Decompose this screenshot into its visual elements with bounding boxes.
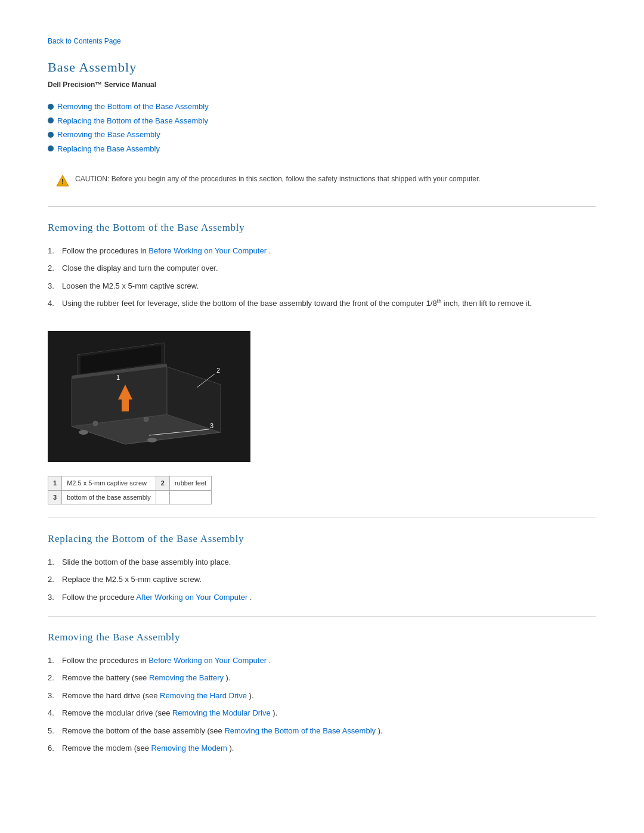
steps-removing-bottom: Follow the procedures in Before Working … [48,245,596,309]
before-working-link-2[interactable]: Before Working on Your Computer [148,656,267,665]
removing-battery-link[interactable]: Removing the Battery [149,673,224,682]
svg-point-18 [144,417,148,422]
toc-link-1[interactable]: Removing the Bottom of the Base Assembly [57,101,209,113]
replace-step-2: Replace the M2.5 x 5-mm captive screw. [48,574,596,586]
diagram-container: 1 2 3 [48,331,250,466]
back-to-contents-link[interactable]: Back to Contents Page [48,36,596,47]
step-3: Loosen the M2.5 x 5-mm captive screw. [48,280,596,292]
toc-bullet-4 [48,145,54,151]
replace-step-3: Follow the procedure After Working on Yo… [48,592,596,603]
removing-modem-link[interactable]: Removing the Modem [151,744,227,753]
callout-num-1: 1 [48,476,62,491]
toc-link-4[interactable]: Replacing the Base Assembly [57,143,160,155]
divider-1 [48,206,596,207]
svg-point-17 [93,421,98,426]
removing-modular-drive-link[interactable]: Removing the Modular Drive [172,708,271,717]
steps-replacing-bottom: Slide the bottom of the base assembly in… [48,556,596,603]
replace-step-3-text: Follow the procedure [62,593,136,602]
step-2-text: Close the display and turn the computer … [62,264,218,272]
step-4: Using the rubber feet for leverage, slid… [48,298,596,309]
replace-step-1: Slide the bottom of the base assembly in… [48,556,596,568]
section-title-removing-bottom: Removing the Bottom of the Base Assembly [48,220,596,236]
callout-desc-1: M2.5 x 5-mm captive screw [62,476,156,491]
step-4-text: Using the rubber feet for leverage, slid… [62,299,532,308]
toc-bullet-1 [48,104,54,110]
laptop-diagram: 1 2 3 [48,331,250,462]
toc-bullet-3 [48,132,54,138]
table-of-contents: Removing the Bottom of the Base Assembly… [48,101,596,154]
callout-row-1: 1 M2.5 x 5-mm captive screw 2 rubber fee… [48,476,212,491]
section-title-replacing-bottom: Replacing the Bottom of the Base Assembl… [48,531,596,547]
section-title-removing-base: Removing the Base Assembly [48,630,596,645]
after-working-link[interactable]: After Working on Your Computer [136,593,247,602]
toc-bullet-2 [48,117,54,123]
caution-box: ! CAUTION: Before you begin any of the p… [48,168,596,193]
toc-item-2: Replacing the Bottom of the Base Assembl… [48,115,596,127]
section-removing-bottom: Removing the Bottom of the Base Assembly… [48,220,596,504]
section-replacing-bottom: Replacing the Bottom of the Base Assembl… [48,531,596,603]
svg-text:!: ! [61,178,64,186]
toc-link-2[interactable]: Replacing the Bottom of the Base Assembl… [57,115,208,127]
base-step-2: Remove the battery (see Removing the Bat… [48,672,596,684]
base-step-6: Remove the modem (see Removing the Modem… [48,742,596,754]
step-1: Follow the procedures in Before Working … [48,245,596,257]
svg-text:2: 2 [216,367,220,374]
before-working-link-1[interactable]: Before Working on Your Computer [148,246,267,255]
base-step-5: Remove the bottom of the base assembly (… [48,725,596,737]
svg-point-19 [79,430,88,435]
page-title: Base Assembly [48,57,596,77]
steps-removing-base: Follow the procedures in Before Working … [48,655,596,754]
base-step-3: Remove the hard drive (see Removing the … [48,690,596,702]
replace-step-2-text: Replace the M2.5 x 5-mm captive screw. [62,575,202,584]
page-subtitle: Dell Precision™ Service Manual [48,79,596,90]
caution-text: CAUTION: Before you begin any of the pro… [75,174,481,184]
callout-desc-2: rubber feet [169,476,211,491]
base-step-1: Follow the procedures in Before Working … [48,655,596,667]
toc-item-1: Removing the Bottom of the Base Assembly [48,101,596,113]
callout-num-3: 3 [48,490,62,504]
toc-item-4: Replacing the Base Assembly [48,143,596,155]
removing-hard-drive-link[interactable]: Removing the Hard Drive [160,691,247,700]
step-3-text: Loosen the M2.5 x 5-mm captive screw. [62,281,199,290]
callout-row-2: 3 bottom of the base assembly [48,490,212,504]
caution-icon: ! [56,174,69,187]
removing-bottom-link[interactable]: Removing the Bottom of the Base Assembly [224,726,376,735]
step-2: Close the display and turn the computer … [48,262,596,274]
step-1-text: Follow the procedures in [62,246,148,255]
divider-3 [48,616,596,617]
replace-step-1-text: Slide the bottom of the base assembly in… [62,558,231,566]
callout-num-2: 2 [156,476,169,491]
svg-rect-11 [122,400,129,411]
svg-point-20 [147,438,157,442]
callout-table: 1 M2.5 x 5-mm captive screw 2 rubber fee… [48,476,212,504]
divider-2 [48,518,596,518]
svg-text:1: 1 [116,374,120,381]
toc-link-3[interactable]: Removing the Base Assembly [57,129,160,141]
callout-desc-3: bottom of the base assembly [62,490,156,504]
svg-text:3: 3 [210,422,213,429]
section-removing-base: Removing the Base Assembly Follow the pr… [48,630,596,754]
toc-item-3: Removing the Base Assembly [48,129,596,141]
base-step-4: Remove the modular drive (see Removing t… [48,707,596,719]
